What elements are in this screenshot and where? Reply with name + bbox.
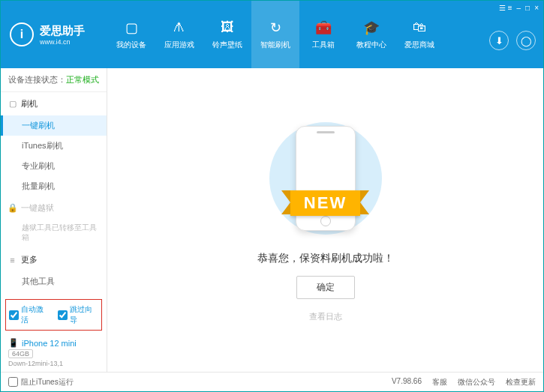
checkbox-input[interactable] [58, 310, 68, 320]
ok-button[interactable]: 确定 [296, 276, 355, 299]
status-label: 设备连接状态： [8, 75, 66, 84]
logo: i 爱思助手 www.i4.cn [1, 22, 107, 46]
support-link[interactable]: 客服 [432, 377, 447, 388]
sidebar-item-flash-1[interactable]: iTunes刷机 [1, 136, 107, 156]
new-ribbon: NEW [290, 190, 360, 216]
nav-icon: ▢ [123, 19, 140, 36]
sidebar-group-more[interactable]: ≡ 更多 [1, 248, 107, 271]
illustration: NEW [247, 118, 404, 238]
nav-tab-6[interactable]: 🛍爱思商城 [395, 1, 443, 68]
nav-tab-0[interactable]: ▢我的设备 [107, 1, 155, 68]
nav-label: 工具箱 [312, 40, 335, 50]
nav-label: 教程中心 [356, 40, 386, 50]
checkbox-skip-guide[interactable]: 跳过向导 [58, 304, 99, 325]
nav-tab-5[interactable]: 🎓教程中心 [347, 1, 395, 68]
sidebar-group-label: 一键越狱 [21, 202, 54, 214]
nav-label: 智能刷机 [260, 40, 290, 50]
view-log-link[interactable]: 查看日志 [309, 311, 342, 322]
connection-status: 设备连接状态：正常模式 [1, 68, 107, 92]
update-link[interactable]: 检查更新 [506, 377, 536, 388]
checkbox-row: 自动激活 跳过向导 [5, 299, 102, 331]
sidebar-item-more-1[interactable]: 下载固件 [1, 292, 107, 296]
checkbox-input[interactable] [8, 377, 18, 387]
nav-icon: ↻ [267, 19, 284, 36]
nav-icon: 🛍 [411, 19, 428, 36]
wechat-link[interactable]: 微信公众号 [458, 377, 495, 388]
body: 设备连接状态：正常模式 ▢ 刷机 一键刷机iTunes刷机专业刷机批量刷机 🔒 … [1, 68, 543, 372]
user-icon[interactable]: ◯ [516, 31, 536, 50]
nav-tab-4[interactable]: 🧰工具箱 [299, 1, 347, 68]
jailbreak-note: 越狱工具已转移至工具箱 [1, 220, 107, 248]
version-label: V7.98.66 [392, 377, 422, 388]
checkbox-label: 阻止iTunes运行 [21, 377, 74, 388]
device-storage: 64GB [8, 349, 33, 358]
main-panel: NEW 恭喜您，保资料刷机成功啦！ 确定 查看日志 [107, 68, 543, 372]
header-right: ⬇ ◯ [489, 31, 536, 50]
nav-label: 应用游戏 [164, 40, 194, 50]
maximize-icon[interactable]: □ [525, 4, 530, 12]
checkbox-input[interactable] [9, 310, 19, 320]
checkbox-auto-activate[interactable]: 自动激活 [9, 304, 50, 325]
nav-tab-2[interactable]: 🖼铃声壁纸 [203, 1, 251, 68]
download-icon[interactable]: ⬇ [489, 31, 509, 50]
nav-tabs: ▢我的设备⩚应用游戏🖼铃声壁纸↻智能刷机🧰工具箱🎓教程中心🛍爱思商城 [107, 1, 543, 68]
sidebar: 设备连接状态：正常模式 ▢ 刷机 一键刷机iTunes刷机专业刷机批量刷机 🔒 … [1, 68, 107, 372]
sidebar-item-flash-3[interactable]: 批量刷机 [1, 176, 107, 196]
app-url: www.i4.cn [40, 38, 85, 46]
checkbox-label: 自动激活 [21, 304, 50, 325]
side-list: ▢ 刷机 一键刷机iTunes刷机专业刷机批量刷机 🔒 一键越狱 越狱工具已转移… [1, 92, 107, 296]
window-controls: ☰ ≡ – □ × [499, 4, 539, 12]
nav-icon: 🖼 [219, 19, 236, 36]
nav-icon: ⩚ [171, 19, 188, 36]
header-bar: ☰ ≡ – □ × i 爱思助手 www.i4.cn ▢我的设备⩚应用游戏🖼铃声… [1, 1, 543, 68]
menu-icon: ≡ [8, 256, 17, 264]
device-name-text: iPhone 12 mini [22, 339, 77, 348]
sidebar-group-jailbreak: 🔒 一键越狱 [1, 196, 107, 220]
sidebar-item-flash-0[interactable]: 一键刷机 [1, 115, 107, 136]
sidebar-group-flash[interactable]: ▢ 刷机 [1, 92, 107, 115]
checkbox-label: 跳过向导 [70, 304, 99, 325]
lock-icon: 🔒 [8, 204, 17, 212]
nav-tab-3[interactable]: ↻智能刷机 [251, 1, 299, 68]
menu-icon[interactable]: ☰ ≡ [499, 4, 512, 12]
nav-label: 爱思商城 [404, 40, 434, 50]
logo-icon: i [10, 22, 34, 46]
app-window: ☰ ≡ – □ × i 爱思助手 www.i4.cn ▢我的设备⩚应用游戏🖼铃声… [0, 0, 544, 392]
device-sub: Down-12mini-13,1 [8, 360, 99, 367]
footer-bar: 阻止iTunes运行 V7.98.66 客服 微信公众号 检查更新 [1, 372, 543, 391]
status-value: 正常模式 [66, 75, 99, 84]
device-block[interactable]: 📱 iPhone 12 mini 64GB Down-12mini-13,1 [1, 334, 107, 372]
nav-label: 我的设备 [116, 40, 146, 50]
phone-icon: ▢ [8, 100, 17, 108]
app-title: 爱思助手 [40, 24, 85, 38]
block-itunes-checkbox[interactable]: 阻止iTunes运行 [8, 377, 74, 388]
sidebar-item-more-0[interactable]: 其他工具 [1, 271, 107, 292]
sidebar-group-label: 更多 [21, 254, 38, 265]
nav-tab-1[interactable]: ⩚应用游戏 [155, 1, 203, 68]
phone-icon: 📱 [8, 338, 19, 348]
nav-icon: 🎓 [363, 19, 380, 36]
success-message: 恭喜您，保资料刷机成功啦！ [257, 252, 394, 265]
sidebar-item-flash-2[interactable]: 专业刷机 [1, 156, 107, 176]
sidebar-group-label: 刷机 [21, 98, 38, 109]
nav-label: 铃声壁纸 [212, 40, 242, 50]
minimize-icon[interactable]: – [517, 4, 521, 12]
device-name: 📱 iPhone 12 mini [8, 338, 99, 348]
nav-icon: 🧰 [315, 19, 332, 36]
close-icon[interactable]: × [534, 4, 539, 12]
